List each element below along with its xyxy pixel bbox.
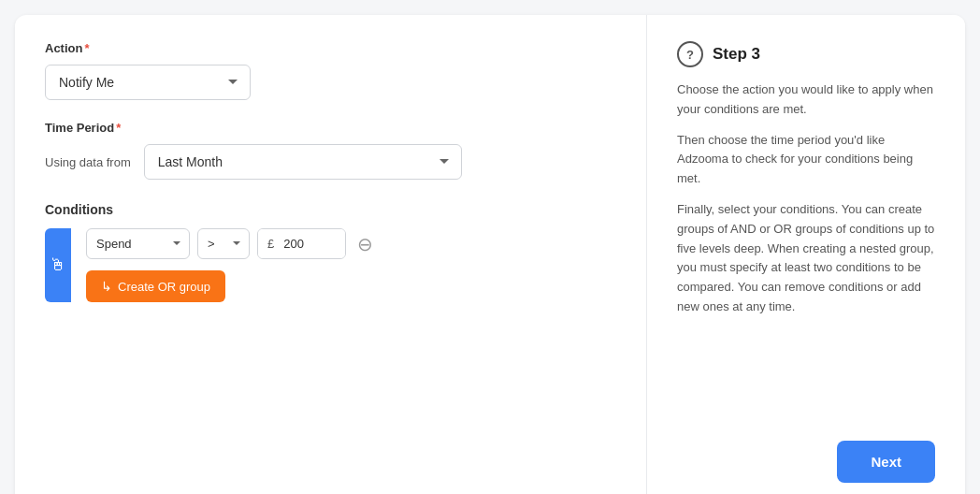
action-select[interactable]: Notify Me Pause Campaign Enable Campaign… <box>45 65 251 100</box>
step-header: ? Step 3 <box>677 41 935 67</box>
step-circle: ? <box>677 41 703 67</box>
time-period-label: Time Period* <box>45 121 616 135</box>
action-label: Action* <box>45 41 616 55</box>
using-data-label: Using data from <box>45 155 131 169</box>
conditions-row: 🖱 Spend Clicks Impressions CPC CTR > <box>45 228 616 302</box>
step-desc-2: Then choose the time period you'd like A… <box>677 131 935 189</box>
time-period-row: Using data from Last Month Last 7 Days L… <box>45 144 616 180</box>
metric-select[interactable]: Spend Clicks Impressions CPC CTR <box>86 228 190 259</box>
conditions-section: Conditions 🖱 Spend Clicks Impressions CP… <box>45 202 616 302</box>
value-input[interactable] <box>280 229 345 258</box>
time-period-section: Time Period* Using data from Last Month … <box>45 121 616 180</box>
remove-condition-button[interactable]: ⊖ <box>353 235 377 254</box>
condition-fields: Spend Clicks Impressions CPC CTR > < = >… <box>86 228 377 259</box>
create-or-button[interactable]: ↳ Create OR group <box>86 270 225 302</box>
currency-symbol: £ <box>258 229 280 258</box>
operator-select[interactable]: > < = >= <= <box>197 228 250 259</box>
time-period-required-star: * <box>116 121 121 135</box>
bottom-actions: Next <box>837 441 935 483</box>
condition-inner: Spend Clicks Impressions CPC CTR > < = >… <box>71 228 377 302</box>
left-panel: Action* Notify Me Pause Campaign Enable … <box>15 15 647 494</box>
action-label-text: Action <box>45 41 82 55</box>
value-input-wrap: £ <box>257 228 346 259</box>
time-period-label-text: Time Period <box>45 121 114 135</box>
create-or-label: Create OR group <box>118 280 210 294</box>
drag-icon: 🖱 <box>50 255 66 275</box>
minus-circle-icon: ⊖ <box>357 235 373 254</box>
step-desc-3: Finally, select your conditions. You can… <box>677 200 935 317</box>
step-desc-1: Choose the action you would like to appl… <box>677 80 935 120</box>
conditions-blue-bar: 🖱 <box>45 228 71 302</box>
next-button[interactable]: Next <box>837 441 935 483</box>
action-required-star: * <box>84 41 89 55</box>
main-card: Action* Notify Me Pause Campaign Enable … <box>15 15 965 494</box>
step-title: Step 3 <box>713 45 760 64</box>
right-panel: ? Step 3 Choose the action you would lik… <box>647 15 965 494</box>
create-or-icon: ↳ <box>101 279 112 294</box>
question-mark-icon: ? <box>686 48 694 62</box>
time-period-select[interactable]: Last Month Last 7 Days Last 30 Days Yest… <box>144 144 462 180</box>
create-or-wrap: ↳ Create OR group <box>86 267 377 302</box>
action-section: Action* Notify Me Pause Campaign Enable … <box>45 41 616 100</box>
conditions-label: Conditions <box>45 202 616 217</box>
